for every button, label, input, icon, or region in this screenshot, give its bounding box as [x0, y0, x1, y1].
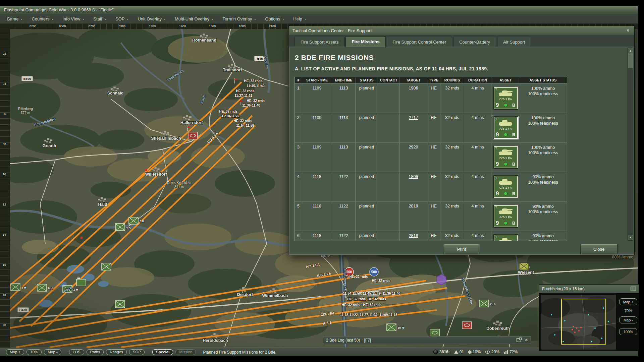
asset-cell[interactable]: T C/3-1 FA 9B [491, 83, 520, 113]
los-toggle[interactable]: LOS [69, 349, 84, 355]
toc-dialog-title: Tactical Operations Center - Fire Suppor… [292, 28, 372, 33]
menu-game[interactable]: Game▾ [2, 14, 27, 23]
special-toggle[interactable]: Special [152, 349, 173, 355]
scroll-down-icon[interactable]: ▼ [628, 235, 633, 240]
menu-info-view[interactable]: Info View▾ [58, 14, 89, 23]
map-zoom-out-button[interactable]: Map - [44, 349, 61, 355]
signal-strength-icon [504, 350, 508, 354]
dialog-scrollbar[interactable]: ▲ ▼ [628, 48, 633, 241]
menu-staff[interactable]: Staff▾ [89, 14, 111, 23]
minimap-titlebar: Forchheim (20 x 15 km) [539, 285, 639, 293]
toc-body: 2 BDE FIRE MISSIONS A. LIST OF ACTIVE AN… [289, 47, 634, 255]
minimap-zoom-in-button[interactable]: Map + [619, 298, 637, 305]
target-link[interactable]: 2819 [409, 233, 418, 238]
asset-status: 100% ammo100% readiness [520, 142, 566, 172]
chevron-down-icon: ▾ [254, 18, 256, 21]
ranges-toggle[interactable]: Ranges [106, 349, 127, 355]
menu-options[interactable]: Options▾ [260, 14, 288, 23]
close-icon[interactable]: ✕ [525, 338, 528, 342]
tab-fire-support-control-center[interactable]: Fire Support Control Center [387, 37, 452, 47]
ruler-label: 0500 [59, 24, 66, 28]
window-titlebar: Flashpoint Campaigns Cold War - 3.0.0.98… [0, 6, 638, 14]
table-row[interactable]: 5 1118 1122 planned 2819 HE 32 rnds 4 mi… [295, 201, 567, 231]
target-link[interactable]: 2717 [409, 115, 418, 120]
night-phase-icon [433, 350, 438, 354]
chevron-down-icon: ▾ [21, 18, 22, 21]
status-indicators: 3816: 01 10% 20% 72% [433, 348, 518, 356]
ruler-label: 08 [0, 142, 9, 146]
menu-unit-overlay[interactable]: Unit Overlay▾ [133, 14, 170, 23]
asset-counter: T A/3-1 FA 9B [494, 205, 518, 227]
minimap-zoom-out-button[interactable]: Map - [619, 316, 637, 323]
close-icon[interactable]: ✕ [625, 27, 631, 34]
scrollbar-thumb[interactable] [628, 54, 633, 68]
paths-toggle[interactable]: Paths [87, 349, 104, 355]
chevron-down-icon: ▾ [105, 18, 106, 21]
asset-cell[interactable]: T B/3-1 FA 9B [491, 142, 520, 172]
asset-status: 90% ammo100% readiness [520, 201, 566, 231]
table-row[interactable]: 4 1118 1122 planned 1806 HE 32 rnds 4 mi… [295, 172, 567, 201]
chevron-down-icon: ▾ [164, 18, 165, 21]
ruler-label: 1800 [239, 24, 246, 28]
close-button[interactable]: Close [580, 244, 618, 254]
ruler-label: 2100 [269, 24, 276, 28]
scroll-up-icon[interactable]: ▲ [628, 48, 633, 54]
menu-help[interactable]: Help▾ [288, 14, 311, 23]
chevron-down-icon: ▾ [127, 18, 128, 21]
tab-fire-missions[interactable]: Fire Missions [345, 37, 385, 47]
chevron-down-icon: ▾ [282, 18, 284, 21]
target-link[interactable]: 1906 [409, 86, 418, 90]
target-link[interactable]: 2819 [409, 204, 418, 208]
minimap-body[interactable]: Map + 70% Map - 100% [539, 293, 639, 351]
table-row[interactable]: 6 1118 1122 planned 2819 HE 32 rnds 4 mi… [295, 231, 567, 241]
chevron-down-icon: ▾ [83, 18, 84, 21]
unit-info-fragment: 80% Ammo. [537, 255, 635, 259]
readiness-dot [504, 221, 507, 225]
game-window: Flashpoint Campaigns Cold War - 3.0.0.98… [0, 0, 644, 362]
readiness-dot [504, 162, 507, 166]
menu-sop[interactable]: SOP▾ [111, 14, 133, 23]
ruler-label: 16 [0, 263, 9, 266]
readiness-dot [504, 192, 507, 195]
tab-fire-support-assets[interactable]: Fire Support Assets [294, 37, 344, 47]
page-title: 2 BDE FIRE MISSIONS [295, 54, 374, 62]
ruler-label: 1200 [149, 24, 156, 28]
minimap-flag-icon[interactable] [631, 287, 636, 291]
table-row[interactable]: 1 1109 1113 planned 1906 HE 32 rnds 4 mi… [295, 83, 567, 113]
sop-toggle[interactable]: SOP [129, 349, 145, 355]
ruler-label: 12 [0, 203, 9, 206]
bde-log-bar[interactable]: 2 Bde Log (last 50) [F7] ✕ [323, 336, 531, 344]
tab-counter-battery[interactable]: Counter-Battery [453, 37, 496, 47]
target-link[interactable]: 1806 [409, 174, 418, 179]
ruler-label: 20 [0, 323, 9, 327]
popout-icon[interactable] [517, 338, 521, 342]
table-row[interactable]: 3 1109 1113 planned 2920 HE 32 rnds 4 mi… [295, 142, 567, 172]
table-row[interactable]: 2 1109 1113 planned 2717 HE 32 rnds 4 mi… [295, 113, 567, 142]
asset-cell[interactable]: T C/3-1 FA 9B [491, 172, 520, 201]
menu-counters[interactable]: Counters▾ [27, 14, 58, 23]
asset-cell[interactable]: T B/3-1 FA 9B [491, 231, 520, 241]
minimap-zoom-full-button[interactable]: 100% [619, 328, 637, 335]
tab-air-support[interactable]: Air Support [497, 37, 531, 47]
asset-status: 90% ammo100% readiness [520, 231, 566, 241]
minimap-panel: Forchheim (20 x 15 km) [539, 284, 639, 351]
asset-counter: T C/3-1 FA 9B [494, 87, 518, 109]
menu-bar: Game▾ Counters▾ Info View▾ Staff▾ SOP▾ U… [0, 14, 638, 24]
toc-dialog-titlebar[interactable]: Tactical Operations Center - Fire Suppor… [289, 26, 634, 35]
print-button[interactable]: Print [443, 244, 480, 254]
window-title: Flashpoint Campaigns Cold War - 3.0.0.98… [4, 7, 114, 12]
target-link[interactable]: 2920 [409, 145, 418, 149]
asset-status: 100% ammo100% readiness [520, 113, 566, 142]
mission-toggle: Mission [175, 349, 196, 355]
terrain-icon [454, 350, 458, 354]
asset-cell[interactable]: T A/3-1 FA 9B [491, 201, 520, 231]
menu-multi-unit-overlay[interactable]: Multi-Unit Overlay▾ [170, 14, 218, 23]
map-ruler-left: 02 04 06 08 10 12 14 16 18 20 [0, 24, 10, 348]
ruler-label: 1600 [209, 24, 216, 28]
toc-tab-bar: Fire Support Assets Fire Missions Fire S… [289, 35, 634, 47]
map-zoom-in-button[interactable]: Map + [6, 349, 24, 355]
ruler-label: 06 [0, 112, 9, 116]
chevron-down-icon: ▾ [212, 18, 213, 21]
asset-cell[interactable]: T A/3-1 FA 9B [491, 113, 520, 142]
menu-terrain-overlay[interactable]: Terrain Overlay▾ [218, 14, 260, 23]
